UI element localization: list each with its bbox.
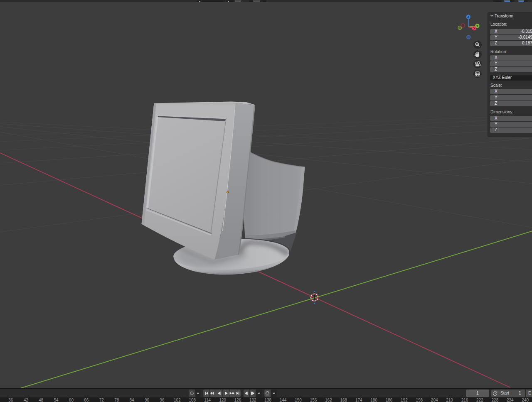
svg-text:X: X [473, 27, 475, 30]
svg-text:Y: Y [476, 24, 478, 28]
svg-text:Z: Z [468, 15, 470, 19]
